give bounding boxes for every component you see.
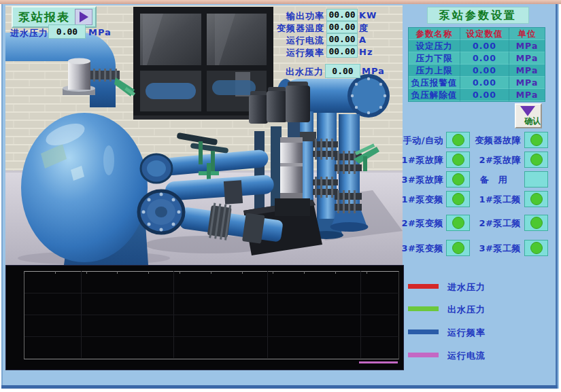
confirm-button[interactable]: 确认	[515, 103, 542, 128]
confirm-arrow-icon	[520, 106, 535, 116]
legend-label: 出水压力	[447, 304, 486, 316]
indicator-label: 变频器故障	[466, 135, 521, 147]
indicator-label: 3#泵工频	[466, 243, 521, 255]
param-name: 设定压力	[409, 40, 460, 52]
param-unit: MPa	[509, 77, 545, 89]
readout-unit-current: A	[359, 35, 367, 45]
legend-swatch-current	[408, 353, 439, 357]
lamp-icon	[452, 154, 464, 166]
settings-table: 参数名称 设定数值 单位 设定压力 0.00 MPa 压力下限 0.00 MPa…	[408, 27, 545, 102]
report-button-label: 泵站报表	[18, 10, 70, 25]
status-lamp-pump1-line	[524, 191, 548, 207]
running-current-trace	[359, 361, 398, 363]
play-icon	[75, 9, 92, 25]
legend-label: 运行电流	[447, 350, 486, 362]
readout-unit-freq: Hz	[359, 47, 373, 57]
lamp-icon	[452, 134, 464, 146]
trend-plot-area	[24, 271, 399, 359]
inlet-pressure-value: 0.00	[48, 24, 86, 39]
lamp-icon	[530, 134, 543, 146]
outlet-pressure-unit: MPa	[362, 66, 385, 76]
indicator-label: 2#泵工频	[466, 217, 521, 230]
col-header-value: 设定数值	[460, 28, 509, 40]
legend-label: 运行频率	[447, 327, 486, 339]
param-unit: MPa	[509, 89, 545, 101]
legend-swatch-inlet	[408, 284, 439, 289]
indicator-label: 1#泵故障	[398, 154, 443, 166]
inlet-pressure-label: 进水压力	[10, 27, 48, 39]
status-lamp-pump2-line	[524, 215, 548, 231]
readout-label-current: 运行电流	[269, 35, 324, 47]
status-lamp-pump2-fault	[524, 152, 548, 168]
indicator-label: 2#泵变频	[398, 217, 443, 230]
status-lamp-vfd-fault	[524, 132, 548, 148]
legend-swatch-frequency	[408, 329, 439, 334]
legend-swatch-outlet	[408, 306, 439, 311]
param-unit: MPa	[509, 52, 545, 65]
hmi-screen: 泵站报表 进水压力 0.00 MPa 输出功率 00.00 KW 变频器温度 0…	[0, 0, 561, 392]
trend-chart	[5, 265, 404, 370]
lamp-icon	[530, 154, 543, 166]
status-lamp-spare	[524, 171, 548, 188]
frame-edge-left	[1, 4, 3, 389]
outlet-pressure-label: 出水压力	[269, 66, 324, 78]
frame-edge-bottom	[1, 385, 558, 389]
param-value-input[interactable]: 0.00	[460, 40, 509, 52]
lamp-icon	[530, 242, 543, 254]
lamp-icon	[452, 173, 464, 185]
indicator-label: 备 用	[466, 174, 521, 186]
param-name: 负压解除值	[409, 89, 460, 101]
indicator-label: 2#泵故障	[466, 154, 521, 166]
indicator-label: 1#泵工频	[466, 194, 521, 206]
indicator-label: 手动/自动	[398, 135, 443, 147]
readout-value-power: 00.00	[326, 9, 358, 21]
param-value-input[interactable]: 0.00	[460, 77, 509, 89]
trend-x-ticks	[24, 271, 398, 274]
col-header-unit: 单位	[509, 28, 545, 40]
param-unit: MPa	[509, 65, 545, 77]
readout-value-freq: 00.00	[326, 46, 358, 58]
lamp-icon	[452, 217, 464, 229]
param-unit: MPa	[509, 40, 545, 52]
readout-unit-temp: 度	[359, 22, 369, 35]
readout-label-temp: 变频器温度	[269, 22, 324, 35]
readout-value-current: 00.00	[326, 33, 358, 46]
indicator-label: 3#泵故障	[398, 174, 443, 186]
status-lamp-pump3-line	[524, 240, 548, 256]
lamp-icon	[452, 193, 464, 205]
indicator-label: 3#泵变频	[398, 243, 443, 255]
confirm-button-label: 确认	[524, 115, 541, 127]
indicator-label: 1#泵变频	[398, 194, 443, 206]
param-value-input[interactable]: 0.00	[460, 89, 509, 101]
lamp-icon	[452, 242, 464, 254]
readout-label-freq: 运行频率	[269, 47, 324, 59]
param-name: 压力上限	[409, 65, 460, 77]
readout-label-power: 输出功率	[269, 10, 324, 22]
frame-edge-right	[556, 4, 558, 389]
param-value-input[interactable]: 0.00	[460, 52, 509, 65]
pressure-tank	[21, 113, 148, 262]
readout-value-temp: 00.00	[326, 21, 358, 33]
param-name: 压力下限	[409, 52, 460, 65]
lamp-icon	[530, 193, 543, 205]
lamp-icon	[530, 217, 543, 229]
param-name: 负压报警值	[409, 77, 460, 89]
legend-label: 进水压力	[447, 281, 486, 293]
settings-panel-title: 泵站参数设置	[427, 7, 529, 24]
outlet-pressure-value: 0.00	[325, 64, 360, 78]
readout-unit-power: KW	[359, 10, 377, 20]
param-value-input[interactable]: 0.00	[460, 65, 509, 77]
col-header-name: 参数名称	[409, 28, 460, 40]
inlet-pressure-unit: MPa	[88, 27, 112, 37]
